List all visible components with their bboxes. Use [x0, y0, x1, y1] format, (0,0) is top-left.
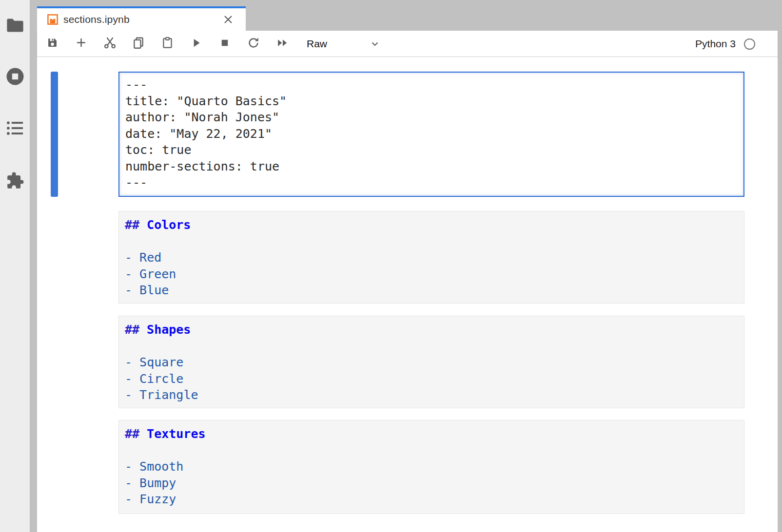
tab-title: sections.ipynb	[63, 14, 130, 25]
restart-and-run-all-icon	[275, 36, 289, 52]
heading-marker: ##	[125, 218, 139, 232]
source-line: ---	[125, 76, 738, 93]
list-item: - Smooth	[125, 458, 738, 475]
sidebar-item-extension-manager[interactable]	[0, 166, 30, 195]
insert-cell-icon	[75, 36, 88, 51]
tab-sections-ipynb[interactable]: sections.ipynb	[37, 6, 246, 31]
restart-kernel-icon	[247, 36, 260, 52]
source-line: toc: true	[125, 142, 738, 158]
cell-type-value: Raw	[300, 38, 327, 50]
restart-and-run-all-button[interactable]	[274, 34, 291, 54]
source-line: number-sections: true	[125, 158, 738, 175]
file-browser-icon	[6, 18, 24, 33]
dock-tab-bar: sections.ipynb	[37, 0, 778, 31]
sidebar-item-file-browser[interactable]	[0, 11, 30, 40]
heading-marker: ##	[125, 427, 139, 441]
list-item: - Blue	[125, 282, 738, 299]
list-item: - Triangle	[125, 387, 738, 403]
notebook-panel: --- title: "Quarto Basics" author: "Nora…	[37, 57, 778, 532]
blank-line	[125, 442, 738, 459]
chevron-down-icon	[370, 38, 387, 49]
left-activity-sidebar	[0, 0, 30, 532]
source-line: date: "May 22, 2021"	[125, 126, 738, 142]
cell-markdown-textures[interactable]: ##Textures - Smooth - Bumpy - Fuzzy	[118, 420, 744, 514]
source-line: ---	[125, 174, 738, 191]
source-line: title: "Quarto Basics"	[125, 93, 738, 110]
list-item: - Green	[125, 266, 738, 283]
heading-marker: ##	[125, 323, 139, 337]
selected-cell-collapser[interactable]	[51, 72, 58, 197]
extension-manager-icon	[6, 171, 24, 190]
sidebar-item-running-sessions[interactable]	[0, 62, 30, 91]
save-icon	[46, 36, 59, 51]
save-button[interactable]	[43, 34, 61, 54]
paste-cells-button[interactable]	[158, 34, 176, 54]
notebook-icon	[47, 14, 58, 25]
cell-raw-yaml[interactable]: --- title: "Quarto Basics" author: "Nora…	[118, 72, 744, 197]
list-item: - Bumpy	[125, 475, 738, 492]
markdown-heading: ##Textures	[125, 426, 738, 442]
paste-cells-icon	[161, 36, 174, 51]
sidebar-splitter[interactable]	[30, 0, 37, 532]
heading-text: Textures	[147, 427, 205, 441]
list-item: - Square	[125, 354, 738, 371]
copy-cells-icon	[132, 36, 145, 52]
sidebar-item-table-of-contents[interactable]	[0, 114, 30, 143]
interrupt-kernel-button[interactable]	[216, 34, 234, 54]
cell-markdown-shapes[interactable]: ##Shapes - Square - Circle - Triangle	[118, 316, 744, 408]
heading-text: Colors	[147, 218, 191, 232]
close-icon[interactable]	[222, 14, 234, 25]
kernel-name: Python 3	[695, 38, 736, 50]
copy-cells-button[interactable]	[130, 34, 147, 54]
interrupt-kernel-icon	[218, 37, 231, 51]
markdown-heading: ##Shapes	[125, 322, 738, 338]
list-item: - Fuzzy	[125, 491, 738, 508]
cell-markdown-colors[interactable]: ##Colors - Red - Green - Blue	[118, 211, 744, 304]
kernel-switcher[interactable]: Python 3	[695, 31, 755, 57]
notebook-toolbar: Raw Python 3	[37, 31, 778, 57]
markdown-heading: ##Colors	[125, 217, 738, 233]
run-cell-icon	[190, 37, 202, 51]
window-right-edge	[778, 0, 782, 532]
cell-type-dropdown[interactable]: Raw	[300, 34, 387, 54]
kernel-status-icon[interactable]	[744, 38, 755, 50]
toolbar-buttons	[43, 34, 291, 54]
run-cell-button[interactable]	[187, 34, 205, 54]
list-item: - Red	[125, 249, 738, 266]
table-of-contents-icon	[6, 120, 24, 136]
source-line: author: "Norah Jones"	[125, 109, 738, 126]
running-sessions-icon	[5, 67, 25, 86]
cut-cells-button[interactable]	[101, 34, 118, 54]
insert-cell-button[interactable]	[72, 34, 90, 54]
cut-cells-icon	[103, 36, 117, 52]
list-item: - Circle	[125, 371, 738, 387]
blank-line	[125, 338, 738, 355]
blank-line	[125, 233, 738, 250]
restart-kernel-button[interactable]	[245, 34, 262, 54]
heading-text: Shapes	[147, 323, 191, 337]
